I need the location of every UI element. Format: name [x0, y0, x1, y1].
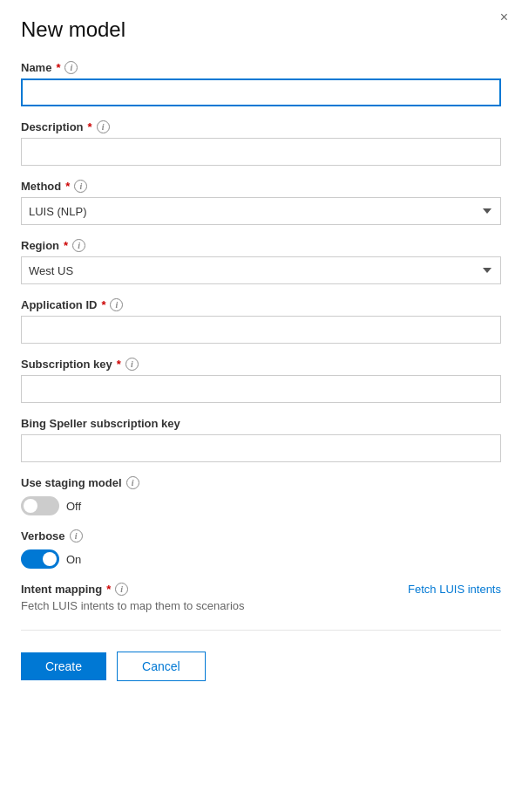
method-select[interactable]: LUIS (NLP) QnA Maker Custom	[21, 197, 501, 225]
application-id-input[interactable]	[21, 316, 501, 344]
bing-speller-label: Bing Speller subscription key	[21, 417, 501, 430]
verbose-label: Verbose i	[21, 529, 501, 542]
bing-speller-input[interactable]	[21, 434, 501, 462]
verbose-track	[21, 549, 59, 569]
intent-mapping-header-row: Intent mapping * i Fetch LUIS intents	[21, 583, 501, 596]
use-staging-model-state-label: Off	[66, 500, 81, 513]
application-id-info-icon[interactable]: i	[110, 298, 123, 311]
subscription-key-info-icon[interactable]: i	[125, 358, 139, 371]
name-label: Name * i	[21, 61, 501, 74]
fetch-luis-intents-link[interactable]: Fetch LUIS intents	[408, 583, 501, 596]
description-field-group: Description * i	[21, 120, 501, 166]
use-staging-model-thumb	[24, 499, 37, 513]
subscription-key-label: Subscription key * i	[21, 358, 501, 371]
intent-mapping-hint: Fetch LUIS intents to map them to scenar…	[21, 599, 501, 612]
region-required-star: *	[64, 239, 68, 252]
description-label: Description * i	[21, 120, 501, 133]
verbose-toggle[interactable]	[21, 549, 59, 569]
region-select[interactable]: West US East US West Europe Australia Ea…	[21, 256, 501, 284]
description-info-icon[interactable]: i	[97, 120, 110, 133]
verbose-thumb	[43, 552, 57, 566]
use-staging-model-field-group: Use staging model i Off	[21, 476, 501, 515]
application-id-label: Application ID * i	[21, 298, 501, 311]
method-field-group: Method * i LUIS (NLP) QnA Maker Custom	[21, 180, 501, 225]
method-info-icon[interactable]: i	[74, 180, 87, 193]
intent-mapping-section: Intent mapping * i Fetch LUIS intents Fe…	[21, 583, 501, 612]
intent-mapping-info-icon[interactable]: i	[115, 583, 128, 596]
subscription-key-field-group: Subscription key * i	[21, 358, 501, 403]
name-field-group: Name * i	[21, 61, 501, 106]
cancel-button[interactable]: Cancel	[117, 652, 206, 681]
use-staging-model-label: Use staging model i	[21, 476, 501, 489]
use-staging-model-toggle-row: Off	[21, 496, 501, 515]
name-info-icon[interactable]: i	[64, 61, 78, 74]
intent-mapping-label: Intent mapping * i	[21, 583, 128, 596]
button-row: Create Cancel	[21, 652, 501, 681]
use-staging-model-toggle[interactable]	[21, 496, 59, 515]
verbose-state-label: On	[66, 553, 81, 566]
close-button[interactable]: ×	[500, 10, 508, 24]
verbose-field-group: Verbose i On	[21, 529, 501, 569]
description-input[interactable]	[21, 138, 501, 166]
button-divider	[21, 630, 501, 631]
application-id-required-star: *	[101, 298, 105, 311]
intent-mapping-label-group: Intent mapping * i	[21, 583, 128, 596]
new-model-panel: × New model Name * i Description * i Met…	[0, 0, 522, 707]
intent-mapping-required-star: *	[106, 583, 111, 596]
method-label: Method * i	[21, 180, 501, 193]
verbose-toggle-row: On	[21, 549, 501, 569]
use-staging-model-info-icon[interactable]: i	[126, 476, 139, 489]
region-label: Region * i	[21, 239, 501, 252]
create-button[interactable]: Create	[21, 652, 106, 680]
name-input[interactable]	[21, 78, 501, 106]
bing-speller-field-group: Bing Speller subscription key	[21, 417, 501, 462]
use-staging-model-track	[21, 496, 59, 515]
application-id-field-group: Application ID * i	[21, 298, 501, 344]
subscription-key-input[interactable]	[21, 375, 501, 403]
subscription-key-required-star: *	[117, 358, 121, 371]
name-required-star: *	[56, 61, 60, 74]
region-info-icon[interactable]: i	[72, 239, 85, 252]
description-required-star: *	[88, 120, 92, 133]
verbose-info-icon[interactable]: i	[70, 529, 83, 542]
method-required-star: *	[65, 180, 70, 193]
panel-title: New model	[21, 17, 501, 42]
region-field-group: Region * i West US East US West Europe A…	[21, 239, 501, 284]
